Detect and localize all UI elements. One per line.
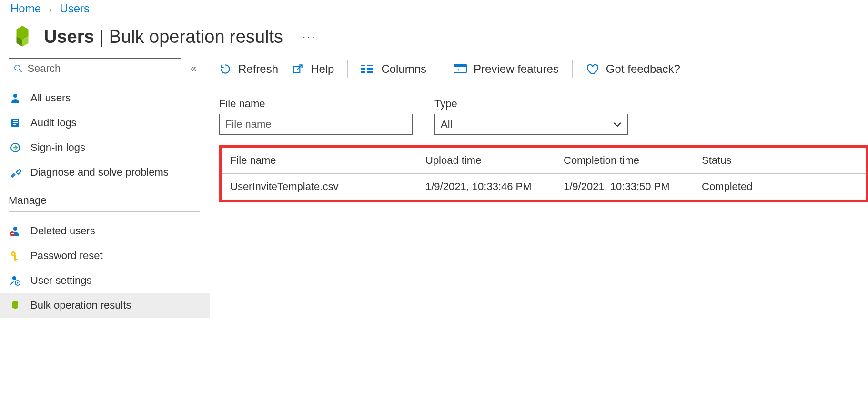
person-icon xyxy=(9,91,22,105)
log-icon xyxy=(9,116,22,130)
search-icon xyxy=(14,64,22,73)
sidebar-item-label: User settings xyxy=(30,274,91,287)
sidebar-item-label: Deleted users xyxy=(30,225,95,237)
sidebar-section-manage: Manage xyxy=(9,185,200,212)
sidebar-item-label: Sign-in logs xyxy=(30,141,85,154)
svg-rect-30 xyxy=(367,71,373,73)
cell-upload: 1/9/2021, 10:33:46 PM xyxy=(425,180,559,193)
sidebar-item-diagnose[interactable]: Diagnose and solve problems xyxy=(9,160,200,185)
sidebar-item-label: Audit logs xyxy=(30,117,77,129)
breadcrumb-users[interactable]: Users xyxy=(60,2,90,15)
toolbar-divider xyxy=(440,60,440,78)
refresh-label: Refresh xyxy=(238,62,278,76)
table-header-status[interactable]: Status xyxy=(702,154,857,167)
sidebar-item-all-users[interactable]: All users xyxy=(9,86,200,110)
breadcrumb-separator-icon: › xyxy=(49,5,52,14)
svg-rect-26 xyxy=(367,65,373,66)
svg-rect-32 xyxy=(454,64,466,67)
preview-icon: ✦ xyxy=(454,64,467,74)
sidebar-item-user-settings[interactable]: User settings xyxy=(9,268,200,293)
cell-status: Completed xyxy=(702,180,857,193)
svg-rect-9 xyxy=(13,124,16,125)
table-header-file[interactable]: File name xyxy=(230,154,421,167)
page-title-rest: | Bulk operation results xyxy=(94,27,283,47)
wrench-icon xyxy=(9,166,22,179)
sidebar-item-signin-logs[interactable]: Sign-in logs xyxy=(9,135,200,160)
help-button[interactable]: Help xyxy=(292,62,334,76)
toolbar-divider xyxy=(572,60,573,78)
sidebar-search-input[interactable] xyxy=(26,62,176,75)
feedback-label: Got feedback? xyxy=(606,62,680,76)
table-row[interactable]: UserInviteTemplate.csv 1/9/2021, 10:33:4… xyxy=(222,174,866,200)
sidebar-item-label: Password reset xyxy=(30,250,103,262)
chevron-down-icon xyxy=(613,119,622,130)
svg-line-4 xyxy=(20,70,22,72)
sidebar-item-label: Bulk operation results xyxy=(30,299,131,311)
help-label: Help xyxy=(311,62,334,76)
svg-rect-25 xyxy=(361,65,365,66)
svg-point-3 xyxy=(15,65,20,70)
filter-file-input[interactable] xyxy=(219,114,413,135)
breadcrumb: Home › Users xyxy=(0,0,868,15)
sidebar-item-password-reset[interactable]: Password reset xyxy=(9,243,200,268)
refresh-icon xyxy=(219,63,232,75)
breadcrumb-home[interactable]: Home xyxy=(10,2,41,15)
columns-button[interactable]: Columns xyxy=(361,62,426,76)
svg-point-11 xyxy=(13,227,17,231)
table-header: File name Upload time Completion time St… xyxy=(222,148,866,174)
svg-point-18 xyxy=(12,276,16,280)
toolbar-divider xyxy=(347,60,348,78)
page-title-row: Users | Bulk operation results ··· xyxy=(0,15,868,58)
preview-button[interactable]: ✦ Preview features xyxy=(454,62,559,76)
svg-rect-7 xyxy=(13,120,18,121)
svg-rect-29 xyxy=(361,71,365,73)
filter-type-label: Type xyxy=(434,98,628,110)
heart-icon xyxy=(586,63,599,75)
sidebar-item-audit-logs[interactable]: Audit logs xyxy=(9,110,200,135)
servers-icon xyxy=(10,25,34,49)
sidebar-item-deleted-users[interactable]: Deleted users xyxy=(9,219,200,243)
refresh-button[interactable]: Refresh xyxy=(219,62,278,76)
key-icon xyxy=(9,249,22,262)
page-title-strong: Users xyxy=(44,27,94,47)
toolbar: Refresh Help Columns ✦ Preview features xyxy=(219,58,868,87)
more-button[interactable]: ··· xyxy=(302,29,316,44)
sidebar: « All users Audit logs Sign-in logs xyxy=(0,58,210,392)
svg-rect-8 xyxy=(13,122,18,123)
columns-icon xyxy=(361,64,374,74)
signin-icon xyxy=(9,141,22,154)
filter-bar: File name Type All xyxy=(219,87,868,145)
svg-rect-13 xyxy=(11,233,14,234)
svg-rect-28 xyxy=(367,68,373,70)
svg-rect-27 xyxy=(361,68,365,70)
filter-type-value: All xyxy=(441,118,452,130)
table-header-upload[interactable]: Upload time xyxy=(425,154,559,167)
sidebar-item-bulk-results[interactable]: Bulk operation results xyxy=(0,293,210,318)
svg-rect-17 xyxy=(14,259,18,260)
svg-point-20 xyxy=(17,282,18,283)
cell-completion: 1/9/2021, 10:33:50 PM xyxy=(564,180,697,193)
preview-label: Preview features xyxy=(474,62,559,76)
results-table: File name Upload time Completion time St… xyxy=(219,145,868,202)
sidebar-item-label: All users xyxy=(30,92,71,104)
columns-label: Columns xyxy=(381,62,426,76)
table-header-completion[interactable]: Completion time xyxy=(564,154,697,167)
user-gear-icon xyxy=(9,274,22,287)
svg-point-15 xyxy=(12,253,14,255)
main-content: Refresh Help Columns ✦ Preview features xyxy=(210,58,868,392)
cell-file: UserInviteTemplate.csv xyxy=(230,180,421,193)
deleted-user-icon xyxy=(9,224,22,238)
sidebar-item-label: Diagnose and solve problems xyxy=(30,166,169,179)
sidebar-search[interactable] xyxy=(9,58,181,79)
svg-point-5 xyxy=(13,94,17,98)
svg-text:✦: ✦ xyxy=(456,68,460,72)
filter-type-select[interactable]: All xyxy=(434,114,628,135)
filter-file-label: File name xyxy=(219,98,413,110)
feedback-button[interactable]: Got feedback? xyxy=(586,62,680,76)
bulk-icon xyxy=(9,299,22,312)
collapse-sidebar-icon[interactable]: « xyxy=(191,62,196,75)
page-title: Users | Bulk operation results xyxy=(44,27,283,47)
external-link-icon xyxy=(292,63,304,75)
